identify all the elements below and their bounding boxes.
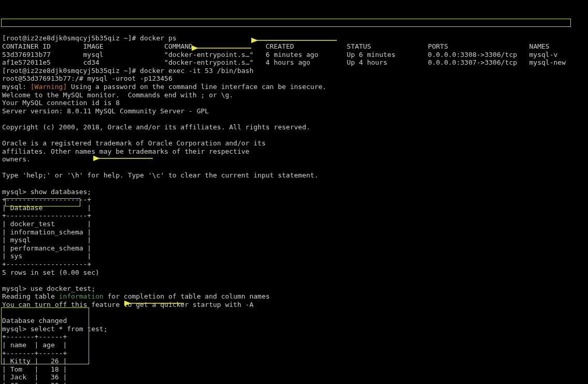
db-row: | mysql | — [2, 236, 91, 244]
terminal-output: [root@iz2ze8djk0smqcyj5b35qiz ~]# docker… — [2, 34, 586, 384]
highlight-docker-row — [1, 19, 571, 27]
shell-prompt: [root@iz2ze8djk0smqcyj5b35qiz ~]# — [2, 34, 140, 42]
table-row: 53d376913b77 mysql "docker-entrypoint.s…… — [2, 51, 557, 58]
table-border: +--------------------+ — [2, 196, 91, 203]
help-line: Type 'help;' or '\h' for help. Type '\c'… — [2, 171, 318, 179]
copyright-line: Copyright (c) 2000, 2018, Oracle and/or … — [2, 123, 310, 131]
welcome-line: Your MySQL connection id is 8 — [2, 99, 120, 107]
db-changed: Database changed — [2, 317, 67, 324]
info-keyword: information — [59, 292, 104, 300]
table-header-row: | name | age | — [2, 341, 67, 349]
trademark-line: affiliates. Other names may be trademark… — [2, 147, 249, 155]
test-row: | ?? | 20 | — [2, 381, 67, 384]
shell-prompt: [root@iz2ze8djk0smqcyj5b35qiz ~]# — [2, 67, 140, 75]
table-border: +-------+------+ — [2, 349, 67, 357]
mysql-prompt: mysql> — [2, 325, 31, 333]
db-row: | performance_schema | — [2, 244, 91, 252]
test-row: | Jack | 36 | — [2, 373, 67, 381]
mysql-warning-line: mysql: [Warning] Using a password on the… — [2, 83, 326, 91]
command: docker ps — [140, 34, 176, 42]
welcome-line: Welcome to the MySQL monitor. Commands e… — [2, 91, 233, 99]
reading-line: Reading table information for completion… — [2, 292, 270, 300]
command: select * from test; — [31, 325, 108, 333]
mysql-prompt: mysql> — [2, 188, 31, 196]
welcome-line: Server version: 8.0.11 MySQL Community S… — [2, 107, 209, 115]
mysql-prompt: mysql> — [2, 285, 31, 292]
db-row: | docker_test | — [2, 220, 91, 228]
db-row: | information_schema | — [2, 228, 91, 236]
command: use docker_test; — [31, 285, 95, 292]
trademark-line: Oracle is a registered trademark of Orac… — [2, 139, 266, 147]
warning-label: [Warning] — [31, 83, 67, 91]
test-row: | Kitty | 26 | — [2, 357, 67, 365]
command: docker exec -it 53 /bin/bash — [140, 67, 253, 75]
test-row: | Tom | 18 | — [2, 365, 67, 373]
command: show databases; — [31, 188, 91, 196]
result-count: 5 rows in set (0.00 sec) — [2, 269, 99, 276]
table-border: +-------+------+ — [2, 333, 67, 341]
table-row: af1e572011e5 cd34 "docker-entrypoint.s…"… — [2, 58, 566, 66]
col-header: CONTAINER ID IMAGE COMMAND CREATED STATU… — [2, 42, 550, 50]
db-row: | sys | — [2, 252, 91, 260]
command: mysql -uroot -p123456 — [87, 75, 172, 82]
container-prompt: root@53d376913b77:/# — [2, 75, 87, 82]
reading-line: You can turn off this feature to get a q… — [2, 301, 253, 308]
table-border: +--------------------+ — [2, 260, 91, 268]
table-border: +--------------------+ — [2, 212, 91, 219]
table-header-row: | Database | — [2, 204, 91, 212]
trademark-line: owners. — [2, 155, 31, 163]
